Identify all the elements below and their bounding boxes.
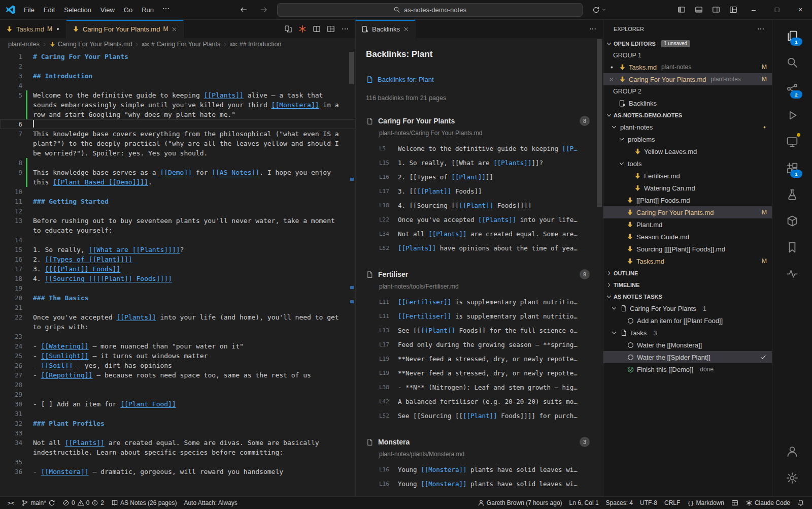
wiki-link[interactable]: [[Monstera]] [272,101,319,109]
layout-grid-icon[interactable] [327,25,335,33]
tab-backlinks[interactable]: Backlinks [356,20,416,38]
breadcrumb-item[interactable]: plant-notes [8,41,40,48]
claude-code[interactable]: Claude Code [742,497,794,509]
task-group-row[interactable]: Tasks3 [603,327,772,339]
menu-view[interactable]: View [96,4,119,16]
wiki-link[interactable]: [[Types of [[Plant]]]] [45,256,132,263]
file-row[interactable]: Plant.md [603,218,772,231]
menu-file[interactable]: File [19,4,39,16]
editor-line[interactable]: 21 [0,303,355,312]
more-actions-icon[interactable] [589,25,597,33]
problems[interactable]: 002 [59,497,108,509]
breadcrumb-item[interactable]: Caring For Your Plants.md [49,41,132,48]
backlink-item[interactable]: L162. [[Types of [[Plant]]]] [366,170,590,184]
section-outline[interactable]: OUTLINE [603,267,772,279]
task-row[interactable]: Water the [[Spider Plant]] [603,351,772,363]
wiki-link[interactable]: [[Watering]] [41,342,89,350]
more-actions-icon[interactable] [757,25,765,33]
backlink-item[interactable]: L19**Never feed a stressed, dry, or newl… [366,366,590,380]
task-group-row[interactable]: Caring For Your Plants1 [603,302,772,314]
command-center-search[interactable]: as-notes-demo-notes [277,3,583,17]
menu-selection[interactable]: Selection [59,4,95,16]
as-notes-status[interactable]: AS Notes (26 pages) [108,497,180,509]
backlink-item[interactable]: L11[[Fertiliser]] is supplementary plant… [366,295,590,309]
backlink-item[interactable]: L52[[Plants]] have opinions about the ti… [366,241,590,255]
check-icon[interactable] [760,354,767,361]
editor-line[interactable]: 12 [0,206,355,216]
backlinks-page-link[interactable]: Backlinks for: Plant [366,76,590,83]
section-open-editors[interactable]: OPEN EDITORS1 unsaved [603,38,772,49]
editor-line[interactable]: 162. [[Types of [[Plant]]]] [0,254,355,264]
eol[interactable]: CRLF [661,497,684,509]
layout-grid-icon[interactable] [725,4,742,16]
editor-line[interactable]: 32### Plant Profiles [0,419,355,428]
minimize-button[interactable]: – [742,0,765,19]
backlink-item[interactable]: L16Young [[Monstera]] plants have solid … [366,462,590,476]
editor-line[interactable]: 35 [0,457,355,467]
close-icon[interactable] [171,26,178,33]
task-row[interactable]: Water the [[Monstera]] [603,339,772,351]
breadcrumb-item[interactable]: abc# Caring For Your Plants [142,41,220,48]
backlinks-scrollbar-thumb[interactable] [597,39,602,207]
encoding[interactable]: UTF-8 [636,497,661,509]
backlink-item[interactable]: L5Welcome to the definitive guide to kee… [366,141,590,155]
file-row[interactable]: Caring For Your Plants.mdM [603,206,772,218]
close-button[interactable]: × [789,0,812,19]
backlink-group-header[interactable]: Caring For Your Plants8 [366,116,590,126]
layout-toggle-button[interactable] [589,5,610,15]
backlink-item[interactable]: L38- **N** (Nitrogen): Leaf and stem gro… [366,380,590,394]
editor-line[interactable]: 14 [0,235,355,245]
file-row[interactable]: Fertiliser.md [603,170,772,182]
close-icon[interactable] [403,26,410,33]
editor-line[interactable]: 19 [0,283,355,293]
open-editor-row[interactable]: Backlinks [603,97,772,109]
editor-line[interactable]: 5Welcome to the definitive guide to keep… [0,90,355,119]
code-editor[interactable]: 1# Caring For Your Plants23## Introducti… [0,50,355,496]
editor-line[interactable]: 33 [0,428,355,438]
editor-line[interactable]: 23 [0,332,355,341]
editor-line[interactable]: 30- [ ] Add an item for [[Plant Food]] [0,399,355,409]
open-editor-row[interactable]: Caring For Your Plants.mdplant-notesM [603,73,772,85]
backlink-group-header[interactable]: Fertiliser9 [366,269,590,279]
maximize-button[interactable]: □ [765,0,789,19]
breadcrumb-item[interactable]: abc## Introduction [230,41,281,48]
starburst-icon[interactable] [298,25,307,33]
tab-caring-for-your-plants-md[interactable]: Caring For Your Plants.mdM [66,20,184,38]
git-commit-author[interactable]: Gareth Brown (7 hours ago) [474,497,566,509]
editor-line[interactable]: 184. [[Sourcing [[[[Plant]] Foods]]]] [0,274,355,283]
backlink-group-header[interactable]: Monstera3 [366,437,590,447]
testing-activity-icon[interactable] [780,181,805,208]
editor-line[interactable]: 27- [[Repotting]] — because roots need s… [0,370,355,380]
extensions-activity-icon[interactable]: 1 [780,155,805,181]
editor-line[interactable]: 29 [0,390,355,399]
editor-scrollbar-thumb[interactable] [349,52,354,84]
backlink-item[interactable]: L11[[Fertiliser]] is supplementary plant… [366,309,590,323]
remote-indicator[interactable]: >< [4,497,18,509]
package-activity-icon[interactable] [780,208,805,234]
backlink-item[interactable]: L22Once you've accepted [[Plants]] into … [366,212,590,227]
graph-activity-icon[interactable]: 2 [780,76,805,102]
editor-line[interactable]: 11### Getting Started [0,197,355,206]
back-button[interactable] [236,5,251,15]
wiki-link[interactable]: [[AS Notes]] [212,169,259,176]
editor-line[interactable]: 9This knowledge base serves as a [[Demo]… [0,168,355,187]
debug-activity-icon[interactable] [780,102,805,129]
file-row[interactable]: Yellow Leaves.md [603,145,772,157]
folder-row[interactable]: plant-notes [603,121,772,133]
panel-right-icon[interactable] [707,4,725,16]
task-row[interactable]: Add an item for [[Plant Food]] [603,314,772,327]
file-row[interactable]: Tasks.mdM [603,255,772,267]
task-row[interactable]: Finish this [[Demo]]done [603,363,772,375]
more-actions-icon[interactable] [341,25,349,33]
wiki-link[interactable]: [[Plants]] [204,91,244,99]
wiki-link[interactable]: [[What are [[Plants]]]] [89,246,180,253]
backlink-item[interactable]: L17Feed only during the growing season —… [366,337,590,352]
editor-line[interactable]: 151. So really, [[What are [[Plants]]]]? [0,245,355,254]
git-branch[interactable]: main* [18,497,59,509]
backlink-item[interactable]: L52See [[Sourcing [[[[Plant]] Foods]]]] … [366,408,590,423]
diff-icon[interactable] [284,25,292,33]
backlink-item[interactable]: L19**Never feed a stressed, dry, or newl… [366,352,590,366]
backlink-item[interactable]: L42A balanced fertiliser (e.g. 20-20-20)… [366,394,590,408]
panel-bottom-icon[interactable] [690,4,707,16]
section-workspace[interactable]: AS-NOTES-DEMO-NOTES [603,109,772,121]
